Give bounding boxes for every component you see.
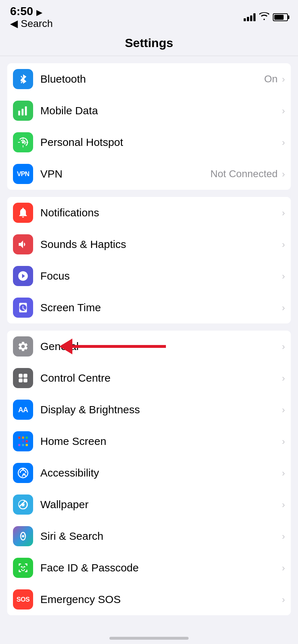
general-label: General [40, 340, 280, 353]
back-button[interactable]: ◀ Search [10, 18, 53, 29]
accessibility-chevron: › [282, 468, 285, 479]
display-label: Display & Brightness [40, 404, 280, 416]
emergency-label: Emergency SOS [40, 593, 280, 606]
svg-rect-15 [22, 444, 24, 446]
general-chevron: › [282, 341, 285, 352]
notifications-icon [13, 203, 33, 223]
faceid-icon [13, 558, 33, 578]
svg-rect-9 [22, 437, 24, 439]
screen-time-row[interactable]: Screen Time › [7, 292, 291, 323]
svg-rect-13 [26, 440, 28, 442]
svg-rect-11 [18, 440, 21, 442]
vpn-icon: VPN [13, 164, 33, 184]
faceid-label: Face ID & Passcode [40, 562, 280, 574]
svg-rect-16 [26, 444, 28, 446]
svg-rect-1 [22, 109, 23, 116]
sounds-icon [13, 234, 33, 254]
signal-icon [244, 13, 256, 21]
control-centre-icon [13, 368, 33, 388]
bluetooth-row[interactable]: Bluetooth On › [7, 63, 291, 95]
faceid-row[interactable]: Face ID & Passcode › [7, 552, 291, 584]
screen-time-icon [13, 298, 33, 318]
sounds-label: Sounds & Haptics [40, 238, 280, 250]
siri-icon [13, 526, 33, 546]
mobile-data-label: Mobile Data [40, 105, 280, 117]
notifications-row[interactable]: Notifications › [7, 197, 291, 229]
svg-point-30 [21, 566, 22, 568]
svg-rect-4 [19, 374, 23, 378]
display-icon: AA [13, 400, 33, 420]
control-centre-row[interactable]: Control Centre › [7, 362, 291, 394]
notifications-chevron: › [282, 207, 285, 218]
connectivity-group: Bluetooth On › Mobile Data › [7, 63, 291, 190]
mobile-data-icon [13, 101, 33, 121]
control-centre-label: Control Centre [40, 372, 280, 384]
screen-time-label: Screen Time [40, 302, 280, 314]
focus-chevron: › [282, 271, 285, 282]
vpn-label: VPN [40, 168, 211, 180]
sounds-row[interactable]: Sounds & Haptics › [7, 229, 291, 260]
svg-rect-27 [26, 564, 27, 566]
vpn-value: Not Connected [211, 168, 278, 180]
general-row[interactable]: General › [7, 331, 291, 362]
svg-rect-2 [25, 106, 27, 115]
siri-chevron: › [282, 531, 285, 542]
settings-scroll[interactable]: Bluetooth On › Mobile Data › [0, 56, 298, 637]
focus-row[interactable]: Focus › [7, 260, 291, 292]
time-display: 6:50 [10, 5, 33, 18]
general-icon [13, 336, 33, 356]
mobile-data-chevron: › [282, 105, 285, 116]
home-indicator [109, 637, 189, 640]
home-screen-label: Home Screen [40, 435, 280, 447]
nav-bar: Settings [0, 32, 298, 56]
status-right [244, 12, 288, 22]
display-row[interactable]: AA Display & Brightness › [7, 394, 291, 426]
siri-row[interactable]: Siri & Search › [7, 520, 291, 552]
emergency-chevron: › [282, 594, 285, 605]
bluetooth-chevron: › [282, 74, 285, 85]
focus-icon [13, 266, 33, 286]
status-bar: 6:50 ▶ ◀ Search [0, 0, 298, 32]
hotspot-row[interactable]: Personal Hotspot › [7, 126, 291, 158]
svg-point-31 [24, 566, 25, 568]
home-screen-row[interactable]: Home Screen › [7, 426, 291, 457]
bluetooth-value: On [264, 73, 277, 85]
notifications-label: Notifications [40, 207, 280, 219]
svg-rect-14 [18, 444, 21, 446]
bluetooth-icon [13, 69, 33, 89]
accessibility-label: Accessibility [40, 467, 280, 479]
accessibility-icon [13, 463, 33, 483]
accessibility-row[interactable]: Accessibility › [7, 457, 291, 489]
sounds-chevron: › [282, 239, 285, 250]
svg-point-3 [22, 141, 24, 144]
battery-icon [273, 13, 288, 21]
wifi-icon [259, 12, 269, 22]
vpn-row[interactable]: VPN VPN Not Connected › [7, 158, 291, 190]
svg-rect-7 [23, 379, 27, 383]
hotspot-label: Personal Hotspot [40, 136, 280, 148]
siri-label: Siri & Search [40, 530, 280, 542]
bluetooth-label: Bluetooth [40, 73, 264, 85]
display-chevron: › [282, 404, 285, 415]
wallpaper-chevron: › [282, 499, 285, 510]
notifications-group: Notifications › Sounds & Haptics › Focus [7, 197, 291, 323]
location-icon: ▶ [36, 8, 42, 17]
home-screen-chevron: › [282, 436, 285, 447]
mobile-data-row[interactable]: Mobile Data › [7, 95, 291, 126]
wallpaper-icon [13, 494, 33, 515]
wallpaper-row[interactable]: Wallpaper › [7, 489, 291, 520]
svg-rect-6 [19, 379, 23, 383]
svg-rect-5 [23, 374, 27, 378]
hotspot-icon [13, 132, 33, 152]
home-screen-icon [13, 431, 33, 451]
emergency-row[interactable]: SOS Emergency SOS › [7, 584, 291, 615]
svg-rect-29 [26, 570, 27, 572]
status-time: 6:50 ▶ [10, 5, 53, 18]
vpn-chevron: › [282, 169, 285, 180]
wallpaper-label: Wallpaper [40, 498, 280, 511]
svg-rect-26 [19, 564, 20, 566]
svg-rect-10 [26, 437, 28, 439]
svg-rect-8 [18, 437, 21, 439]
status-left: 6:50 ▶ ◀ Search [10, 5, 53, 29]
page-title: Settings [125, 36, 173, 50]
